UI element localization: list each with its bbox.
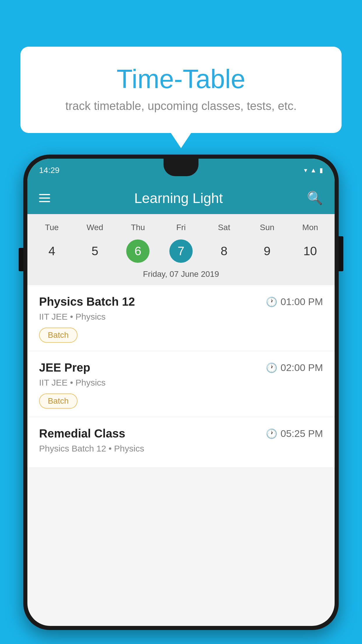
event-time-1: 🕐 01:00 PM bbox=[266, 296, 323, 307]
date-number-6-today: 6 bbox=[126, 239, 150, 263]
app-subtitle: track timetable, upcoming classes, tests… bbox=[44, 99, 318, 113]
wifi-icon: ▾ bbox=[304, 167, 307, 174]
date-number-5: 5 bbox=[83, 239, 107, 263]
status-bar: 14:29 ▾ ▲ ▮ bbox=[27, 159, 335, 182]
event-subtitle-2: IIT JEE • Physics bbox=[39, 378, 323, 388]
date-9[interactable]: 9 bbox=[246, 238, 289, 264]
day-wed: Wed bbox=[73, 223, 117, 232]
calendar-days-header: Tue Wed Thu Fri Sat Sun Mon bbox=[30, 220, 332, 235]
date-number-8: 8 bbox=[212, 239, 236, 263]
clock-icon-1: 🕐 bbox=[266, 296, 277, 307]
event-card-1[interactable]: Physics Batch 12 🕐 01:00 PM IIT JEE • Ph… bbox=[27, 285, 335, 351]
status-time: 14:29 bbox=[39, 166, 59, 175]
event-header-2: JEE Prep 🕐 02:00 PM bbox=[39, 361, 323, 374]
clock-icon-3: 🕐 bbox=[266, 428, 277, 439]
date-number-4: 4 bbox=[40, 239, 64, 263]
search-icon[interactable]: 🔍 bbox=[307, 190, 323, 206]
day-mon: Mon bbox=[289, 223, 332, 232]
event-header-3: Remedial Class 🕐 05:25 PM bbox=[39, 427, 323, 440]
event-badge-2: Batch bbox=[39, 393, 78, 409]
date-4[interactable]: 4 bbox=[30, 238, 73, 264]
event-time-value-1: 01:00 PM bbox=[280, 296, 323, 307]
events-list: Physics Batch 12 🕐 01:00 PM IIT JEE • Ph… bbox=[27, 285, 335, 468]
event-title-1: Physics Batch 12 bbox=[39, 295, 135, 308]
phone-inner: 14:29 ▾ ▲ ▮ Learning Light 🔍 bbox=[27, 159, 335, 626]
status-icons: ▾ ▲ ▮ bbox=[304, 167, 323, 174]
day-sat: Sat bbox=[203, 223, 246, 232]
event-subtitle-3: Physics Batch 12 • Physics bbox=[39, 444, 323, 454]
phone-wrapper: 14:29 ▾ ▲ ▮ Learning Light 🔍 bbox=[23, 155, 339, 644]
app-bar-title: Learning Light bbox=[134, 190, 223, 206]
event-title-2: JEE Prep bbox=[39, 361, 90, 374]
clock-icon-2: 🕐 bbox=[266, 362, 277, 373]
event-subtitle-1: IIT JEE • Physics bbox=[39, 312, 323, 322]
event-badge-1: Batch bbox=[39, 328, 78, 343]
event-time-3: 🕐 05:25 PM bbox=[266, 428, 323, 439]
date-10[interactable]: 10 bbox=[289, 238, 332, 264]
speech-bubble-container: Time-Table track timetable, upcoming cla… bbox=[20, 47, 342, 133]
app-bar: Learning Light 🔍 bbox=[27, 182, 335, 214]
date-number-9: 9 bbox=[255, 239, 279, 263]
event-card-3[interactable]: Remedial Class 🕐 05:25 PM Physics Batch … bbox=[27, 417, 335, 468]
day-tue: Tue bbox=[30, 223, 73, 232]
day-sun: Sun bbox=[246, 223, 289, 232]
event-card-2[interactable]: JEE Prep 🕐 02:00 PM IIT JEE • Physics Ba… bbox=[27, 351, 335, 417]
calendar-dates: 4 5 6 7 8 9 bbox=[30, 235, 332, 264]
date-7[interactable]: 7 bbox=[159, 238, 203, 264]
date-6[interactable]: 6 bbox=[116, 238, 159, 264]
selected-date-label: Friday, 07 June 2019 bbox=[30, 264, 332, 285]
battery-icon: ▮ bbox=[319, 167, 323, 174]
event-title-3: Remedial Class bbox=[39, 427, 125, 440]
event-time-2: 🕐 02:00 PM bbox=[266, 362, 323, 373]
date-5[interactable]: 5 bbox=[73, 238, 117, 264]
signal-icon: ▲ bbox=[310, 167, 317, 174]
event-header-1: Physics Batch 12 🕐 01:00 PM bbox=[39, 295, 323, 308]
event-time-value-2: 02:00 PM bbox=[280, 362, 323, 373]
calendar-section: Tue Wed Thu Fri Sat Sun Mon 4 5 bbox=[27, 214, 335, 285]
date-8[interactable]: 8 bbox=[203, 238, 246, 264]
speech-bubble: Time-Table track timetable, upcoming cla… bbox=[20, 47, 342, 133]
day-fri: Fri bbox=[159, 223, 203, 232]
app-title-heading: Time-Table bbox=[44, 64, 318, 94]
event-time-value-3: 05:25 PM bbox=[280, 428, 323, 439]
phone-outer: 14:29 ▾ ▲ ▮ Learning Light 🔍 bbox=[23, 155, 339, 630]
date-number-10: 10 bbox=[298, 239, 322, 263]
day-thu: Thu bbox=[116, 223, 159, 232]
date-number-7-selected: 7 bbox=[169, 239, 193, 263]
hamburger-button[interactable] bbox=[39, 194, 50, 202]
